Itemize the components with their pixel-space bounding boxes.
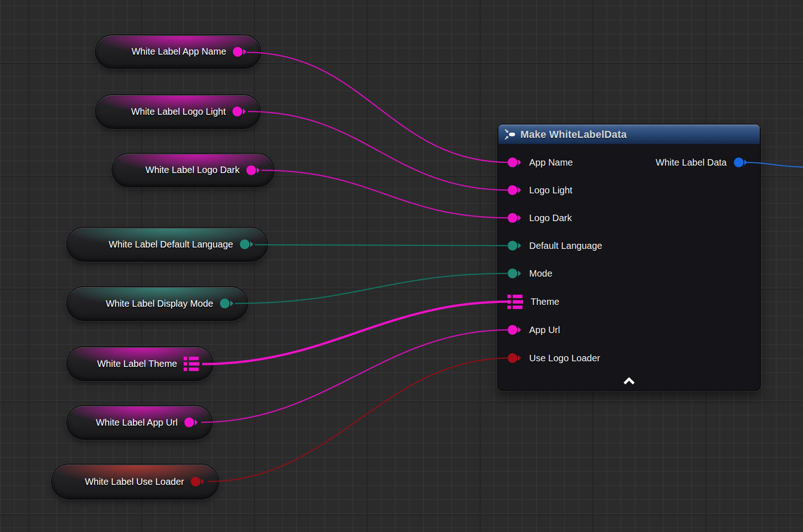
input-pin-label: App Name (529, 157, 573, 168)
wire-logo-dark[interactable] (261, 170, 509, 218)
input-row-logo-light: Logo Light (498, 183, 572, 197)
output-pin-white-label-display-mode[interactable] (220, 298, 234, 309)
node-label: White Label App Name (131, 46, 226, 57)
output-pin-label: White Label Data (656, 157, 727, 168)
node-getter-white-label-logo-light[interactable]: White Label Logo Light (96, 95, 260, 128)
output-row: White Label Data (656, 155, 748, 169)
wire-theme[interactable] (202, 302, 510, 364)
node-label: White Label Use Loader (85, 476, 184, 487)
output-pin-white-label-app-url[interactable] (184, 417, 198, 428)
node-label: White Label Default Language (109, 239, 233, 250)
output-pin-white-label-logo-dark[interactable] (246, 165, 260, 176)
input-pin-label: Default Language (529, 241, 602, 251)
node-header-drag-handle[interactable]: Make WhiteLabelData (498, 124, 760, 144)
input-row-default-language: Default Language (498, 239, 602, 253)
input-pin-label: Logo Light (529, 185, 572, 196)
node-getter-white-label-app-name[interactable]: White Label App Name (96, 35, 260, 68)
node-label: White Label App Url (96, 417, 178, 428)
collapse-node-button[interactable] (620, 377, 638, 386)
wire-app-url[interactable] (201, 330, 509, 422)
struct-output-pin-white-label-theme[interactable] (184, 357, 199, 371)
node-getter-white-label-theme[interactable]: White Label Theme (67, 347, 213, 380)
output-pin-white-label-app-name[interactable] (233, 46, 247, 57)
node-label: White Label Logo Dark (146, 165, 240, 175)
output-pin-white-label-logo-light[interactable] (232, 106, 247, 117)
node-getter-white-label-use-loader[interactable]: White Label Use Loader (52, 464, 218, 499)
node-getter-white-label-logo-dark[interactable]: White Label Logo Dark (112, 154, 274, 186)
node-getter-white-label-default-language[interactable]: White Label Default Language (67, 228, 267, 261)
input-pin-label: Mode (529, 268, 552, 279)
input-pin-label: App Url (529, 325, 560, 335)
node-label: White Label Logo Light (131, 106, 226, 117)
input-pin-default-language[interactable] (507, 240, 522, 251)
input-row-logo-dark: Logo Dark (498, 211, 572, 225)
wire-default-language[interactable] (255, 245, 509, 246)
wire-logo-light[interactable] (248, 111, 509, 190)
input-pin-logo-dark[interactable] (507, 212, 522, 223)
input-pin-logo-light[interactable] (507, 185, 522, 196)
wire-use-loader[interactable] (208, 358, 509, 482)
input-pin-app-url[interactable] (507, 324, 522, 335)
input-pin-label: Use Logo Loader (529, 353, 600, 364)
wire-app-name[interactable] (247, 52, 509, 162)
input-pin-use-logo-loader[interactable] (507, 353, 522, 364)
node-getter-white-label-display-mode[interactable]: White Label Display Mode (67, 287, 247, 320)
input-row-app-name: App Name (498, 155, 573, 169)
input-pin-app-name[interactable] (507, 157, 522, 168)
input-row-use-logo-loader: Use Logo Loader (498, 351, 600, 365)
blueprint-graph-canvas[interactable]: White Label App Name White Label Logo Li… (0, 0, 803, 532)
wire-display-mode[interactable] (235, 273, 509, 303)
input-pin-mode[interactable] (507, 268, 522, 279)
node-title: Make WhiteLabelData (520, 129, 627, 141)
struct-input-pin-theme[interactable] (507, 295, 523, 309)
input-pin-label: Theme (531, 297, 559, 307)
node-make-whitelabeldata[interactable]: Make WhiteLabelData App Name Logo Light … (498, 124, 760, 390)
make-struct-icon (505, 129, 515, 140)
output-pin-white-label-default-language[interactable] (240, 239, 254, 250)
node-getter-white-label-app-url[interactable]: White Label App Url (67, 406, 212, 439)
output-pin-white-label-use-loader[interactable] (191, 476, 205, 487)
input-pin-label: Logo Dark (529, 213, 572, 223)
node-label: White Label Display Mode (106, 298, 213, 309)
node-label: White Label Theme (97, 359, 177, 369)
chevron-up-icon (622, 377, 636, 386)
